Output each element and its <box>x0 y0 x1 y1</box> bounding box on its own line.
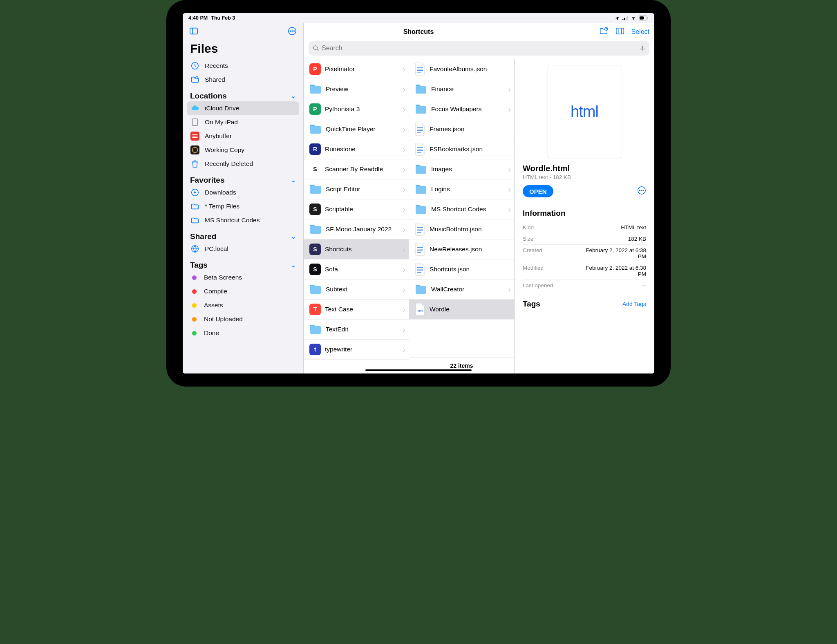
folder-icon <box>415 103 427 115</box>
svg-text:html: html <box>417 309 423 312</box>
section-shared-header[interactable]: Shared ⌄ <box>187 227 299 242</box>
sidebar-item[interactable]: Downloads <box>187 186 299 199</box>
sidebar-item[interactable]: Compile <box>187 284 299 298</box>
sidebar-item[interactable]: PC.local <box>187 242 299 256</box>
sidebar-more-button[interactable] <box>288 27 297 37</box>
list-item[interactable]: MusicBotIntro.json <box>409 219 514 239</box>
sidebar-item-label: Compile <box>204 288 227 295</box>
list-item-label: WallCreator <box>431 286 464 293</box>
chevron-right-icon: › <box>403 105 405 114</box>
list-item[interactable]: NewReleases.json <box>409 239 514 259</box>
sidebar-shared[interactable]: Shared <box>187 73 299 87</box>
list-item[interactable]: Images› <box>409 159 514 179</box>
sidebar-item[interactable]: Recently Deleted <box>187 157 299 171</box>
sidebar-item[interactable]: Assets <box>187 298 299 312</box>
list-item[interactable]: SScanner By Readdle› <box>304 159 409 179</box>
svg-rect-28 <box>417 67 423 68</box>
list-item-label: SF Mono January 2022 <box>326 226 392 233</box>
list-item[interactable]: MS Shortcut Codes› <box>409 199 514 219</box>
sidebar-item[interactable]: MS Shortcut Codes <box>187 213 299 227</box>
list-item[interactable]: FSBookmarks.json <box>409 139 514 159</box>
list-item[interactable]: SSofa› <box>304 259 409 280</box>
sidebar-item[interactable]: Not Uploaded <box>187 312 299 326</box>
sidebar-item[interactable]: Working Copy <box>187 143 299 157</box>
sidebar-toggle-button[interactable] <box>189 27 198 37</box>
list-item[interactable]: QuickTime Player› <box>304 119 409 139</box>
chevron-down-icon: ⌄ <box>291 93 296 99</box>
section-favorites-header[interactable]: Favorites ⌄ <box>187 171 299 186</box>
home-indicator[interactable] <box>365 369 472 371</box>
detail-more-button[interactable] <box>637 186 646 197</box>
sidebar-item-label: Not Uploaded <box>204 315 243 323</box>
svg-point-56 <box>643 190 644 191</box>
sidebar-item[interactable]: On My iPad <box>187 115 299 129</box>
svg-rect-45 <box>417 249 423 250</box>
sidebar-item-label: iCloud Drive <box>205 105 239 112</box>
list-item[interactable]: Shortcuts.json <box>409 259 514 280</box>
list-item[interactable]: Finance› <box>409 79 514 99</box>
list-item-label: Pixelmator <box>325 65 355 73</box>
list-item[interactable]: htmlWordle <box>409 300 514 320</box>
select-button[interactable]: Select <box>631 28 649 36</box>
sidebar-item-label: * Temp Files <box>205 203 239 210</box>
list-item[interactable]: ttypewriter› <box>304 340 409 360</box>
svg-rect-27 <box>642 46 643 49</box>
tag-dot-icon <box>192 317 197 322</box>
sidebar-item[interactable]: Beta Screens <box>187 271 299 284</box>
sidebar-item[interactable]: Anybuffer <box>187 129 299 143</box>
html-file-icon: html <box>415 303 425 316</box>
view-mode-button[interactable] <box>615 27 625 37</box>
list-item[interactable]: SF Mono January 2022› <box>304 219 409 239</box>
chevron-right-icon: › <box>403 345 405 354</box>
file-icon <box>415 243 425 256</box>
list-item[interactable]: Subtext› <box>304 280 409 300</box>
add-tags-button[interactable]: Add Tags <box>622 301 646 307</box>
list-item[interactable]: Focus Wallpapers› <box>409 99 514 119</box>
new-folder-button[interactable] <box>599 27 609 37</box>
section-locations-header[interactable]: Locations ⌄ <box>187 87 299 101</box>
chevron-right-icon: › <box>403 65 405 74</box>
search-input[interactable] <box>322 45 637 52</box>
search-field[interactable] <box>309 41 649 56</box>
file-icon <box>415 123 425 136</box>
file-icon <box>415 63 425 76</box>
list-item[interactable]: SShortcuts› <box>304 239 409 259</box>
folder-icon <box>415 163 427 175</box>
list-item[interactable]: PPixelmator› <box>304 59 409 79</box>
folder-icon <box>309 123 322 135</box>
list-item-label: typewriter <box>325 346 352 353</box>
column-2[interactable]: FavoriteAlbums.jsonFinance›Focus Wallpap… <box>409 59 515 373</box>
column-1[interactable]: PPixelmator›Preview›PPythonista 3›QuickT… <box>304 59 409 373</box>
folder-icon <box>309 283 322 295</box>
list-item[interactable]: Preview› <box>304 79 409 99</box>
list-item[interactable]: PPythonista 3› <box>304 99 409 119</box>
info-key: Last opened <box>523 282 553 288</box>
list-item-label: Finance <box>431 85 454 93</box>
sidebar-recents[interactable]: Recents <box>187 59 299 73</box>
dictation-icon[interactable] <box>640 45 645 52</box>
info-key: Size <box>523 236 533 242</box>
list-item[interactable]: TextEdit› <box>304 320 409 340</box>
svg-rect-48 <box>417 267 423 268</box>
sidebar-item[interactable]: * Temp Files <box>187 199 299 213</box>
status-time: 4:40 PM <box>188 15 208 21</box>
list-item[interactable]: Script Editor› <box>304 179 409 199</box>
list-item[interactable]: FavoriteAlbums.json <box>409 59 514 79</box>
svg-point-14 <box>196 77 198 79</box>
file-preview[interactable]: html <box>548 65 621 158</box>
chevron-right-icon: › <box>403 145 405 154</box>
list-item[interactable]: TText Case› <box>304 300 409 320</box>
list-item[interactable]: RRunestone› <box>304 139 409 159</box>
list-item-label: Text Case <box>325 306 353 313</box>
list-item[interactable]: Logins› <box>409 179 514 199</box>
sidebar-item[interactable]: Done <box>187 326 299 340</box>
list-item[interactable]: Frames.json <box>409 119 514 139</box>
chevron-down-icon: ⌄ <box>291 233 296 240</box>
sidebar-item[interactable]: iCloud Drive <box>187 101 299 115</box>
section-tags-header[interactable]: Tags ⌄ <box>187 256 299 271</box>
list-item-label: Sofa <box>325 266 338 273</box>
folder-icon <box>309 323 322 335</box>
list-item[interactable]: SScriptable› <box>304 199 409 219</box>
list-item[interactable]: WallCreator› <box>409 280 514 300</box>
open-button[interactable]: OPEN <box>523 185 553 197</box>
